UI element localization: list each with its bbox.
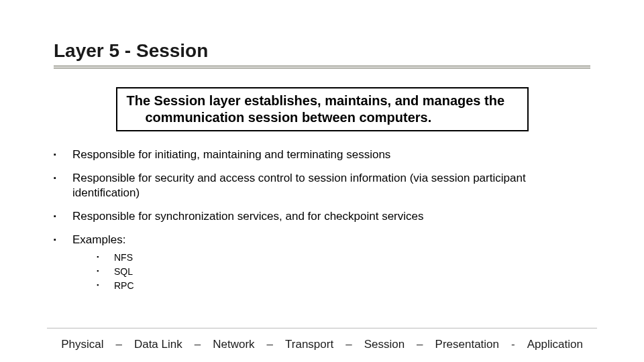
title-underline: [54, 66, 590, 68]
footer-separator: -: [511, 338, 515, 351]
footer-separator: –: [345, 338, 352, 351]
list-item: ▪NFS: [97, 251, 590, 265]
footer-item: Physical: [61, 338, 103, 351]
square-bullet-icon: ▪: [54, 209, 72, 221]
footer-separator: –: [417, 338, 423, 351]
osi-layer-footer: Physical – Data Link – Network – Transpo…: [0, 338, 644, 351]
list-item: ▪ Responsible for synchronization servic…: [54, 209, 590, 223]
footer-item: Network: [213, 338, 254, 351]
square-bullet-icon: ▪: [54, 233, 72, 245]
bullet-list: ▪ Responsible for initiating, maintainin…: [54, 147, 590, 293]
bullet-text: Responsible for security and access cont…: [72, 171, 590, 200]
footer-item: Presentation: [435, 338, 499, 351]
footer-item: Transport: [285, 338, 333, 351]
square-bullet-icon: ▪: [97, 265, 114, 276]
example-text: RPC: [114, 279, 134, 293]
bullet-text: Responsible for initiating, maintaining …: [72, 147, 590, 162]
square-bullet-icon: ▪: [97, 279, 114, 290]
square-bullet-icon: ▪: [97, 251, 114, 262]
list-item: ▪ Responsible for initiating, maintainin…: [54, 147, 590, 162]
footer-item: Session: [364, 338, 405, 351]
footer-divider: [47, 328, 597, 328]
footer-item: Application: [527, 338, 583, 351]
bullet-text: Responsible for synchronization services…: [72, 209, 590, 223]
list-item: ▪RPC: [97, 279, 590, 293]
example-text: SQL: [114, 265, 133, 279]
list-item: ▪ Examples: ▪NFS ▪SQL ▪RPC: [54, 233, 590, 293]
definition-line-1: The Session layer establishes, maintains…: [127, 93, 518, 109]
definition-box: The Session layer establishes, maintains…: [116, 87, 529, 131]
bullet-text: Examples: ▪NFS ▪SQL ▪RPC: [72, 233, 590, 293]
list-item: ▪ Responsible for security and access co…: [54, 171, 590, 200]
examples-list: ▪NFS ▪SQL ▪RPC: [72, 251, 590, 293]
footer-separator: –: [195, 338, 201, 351]
footer-item: Data Link: [134, 338, 182, 351]
slide: Layer 5 - Session The Session layer esta…: [0, 0, 644, 362]
definition-line-2: communication session between computers.: [127, 109, 518, 126]
square-bullet-icon: ▪: [54, 171, 72, 183]
slide-title: Layer 5 - Session: [54, 40, 590, 62]
square-bullet-icon: ▪: [54, 147, 72, 160]
example-text: NFS: [114, 251, 133, 265]
examples-label: Examples:: [72, 233, 125, 246]
list-item: ▪SQL: [97, 265, 590, 279]
footer-separator: –: [115, 338, 121, 351]
footer-separator: –: [267, 338, 273, 351]
